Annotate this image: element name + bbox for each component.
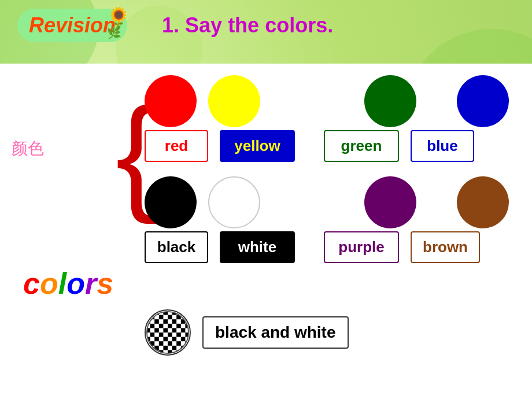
top-circles-row [145, 75, 520, 127]
bottom-circles-row [145, 176, 520, 228]
colors-word: colors [23, 266, 113, 301]
circle-brown [457, 176, 509, 228]
circle-black [145, 176, 197, 228]
letter-r: r [85, 267, 97, 300]
label-red[interactable]: red [145, 130, 208, 162]
page-title: 1. Say the colors. [162, 13, 333, 38]
colors-word-container: colors 颜色 [12, 133, 44, 160]
chinese-label: 颜色 [12, 138, 44, 160]
header: Revision 🌻 🌿 1. Say the colors. [0, 9, 532, 42]
checkerboard-icon [145, 309, 191, 356]
letter-o2: o [66, 267, 85, 300]
letter-c: c [23, 267, 40, 300]
label-green[interactable]: green [324, 130, 399, 162]
sunflower-icon: 🌻 [107, 6, 130, 28]
letter-s: s [97, 267, 113, 300]
letter-o1: o [40, 267, 58, 300]
circle-red [145, 75, 197, 127]
baw-label[interactable]: black and white [202, 316, 349, 349]
label-white[interactable]: white [220, 231, 295, 263]
circle-purple [364, 176, 416, 228]
label-blue[interactable]: blue [411, 130, 474, 162]
label-black[interactable]: black [145, 231, 208, 263]
revision-badge: Revision 🌻 🌿 [17, 9, 127, 42]
baw-section: black and white [145, 309, 349, 356]
grid-container: red yellow green blue black white purple… [145, 75, 520, 269]
circle-yellow [208, 75, 260, 127]
circle-blue [457, 75, 509, 127]
leaf-icon: 🌿 [107, 25, 121, 39]
svg-rect-5 [146, 311, 190, 354]
label-purple[interactable]: purple [324, 231, 399, 263]
label-yellow[interactable]: yellow [220, 130, 295, 162]
letter-l: l [58, 267, 66, 300]
revision-title: Revision [29, 13, 116, 38]
bottom-labels-row: black white purple brown [145, 231, 520, 263]
label-brown[interactable]: brown [411, 231, 480, 263]
top-labels-row: red yellow green blue [145, 130, 520, 162]
circle-green [364, 75, 416, 127]
circle-white [208, 176, 260, 228]
